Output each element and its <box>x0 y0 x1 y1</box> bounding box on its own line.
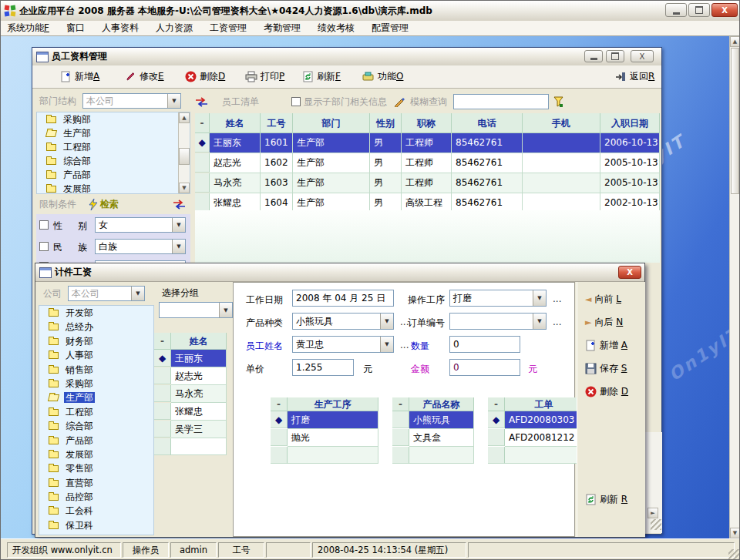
table-cell[interactable]: 生产部 <box>293 153 370 173</box>
chevron-down-icon[interactable]: ▼ <box>172 240 185 253</box>
scrollbar-thumb[interactable] <box>731 48 739 194</box>
tree-item-dept[interactable]: 采购部 <box>39 377 153 391</box>
chevron-down-icon[interactable]: ▼ <box>131 287 144 300</box>
table-cell[interactable] <box>523 153 600 173</box>
order-combo[interactable]: ▼ <box>449 313 547 330</box>
table-cell[interactable]: 2005-10-13 <box>600 173 660 193</box>
table-cell[interactable]: 工程师 <box>402 173 452 193</box>
tree-item-dept[interactable]: 保卫科 <box>39 518 153 532</box>
tree-item-dept[interactable]: 总经办 <box>39 320 153 334</box>
edit-button[interactable]: 修改E <box>125 69 164 84</box>
menu-window[interactable]: 窗口 <box>66 22 85 35</box>
search-button[interactable]: 检索 <box>89 198 119 211</box>
next-button[interactable]: ► 向后 N <box>585 314 623 330</box>
tree-item-dept[interactable]: 人事部 <box>39 348 153 362</box>
amount-input[interactable]: 0 <box>449 359 520 376</box>
dialog-close-button[interactable]: X <box>618 266 641 279</box>
chevron-down-icon[interactable]: ▼ <box>380 337 393 352</box>
tree-item-dept[interactable]: 工会科 <box>39 504 153 518</box>
app-minimize-button[interactable] <box>665 3 687 17</box>
app-maximize-button[interactable] <box>688 3 710 17</box>
list-item[interactable]: 文具盒 <box>409 429 474 447</box>
menu-hr-data[interactable]: 人事资料 <box>102 22 139 35</box>
column-header-id[interactable]: 工号 <box>261 113 293 133</box>
table-cell[interactable]: 85462761 <box>452 133 523 153</box>
menu-salary[interactable]: 工资管理 <box>210 22 247 35</box>
table-cell[interactable] <box>523 133 600 153</box>
list-item[interactable]: 小熊玩具 <box>409 411 474 429</box>
process-more-button[interactable]: ... <box>553 293 561 304</box>
tree-item-dept[interactable]: 生产部 <box>37 126 190 140</box>
company-combo[interactable]: 本公司 ▼ <box>68 286 145 301</box>
tree-item-dept[interactable]: 财务部 <box>39 334 153 348</box>
table-cell[interactable]: 马永亮 <box>210 173 261 193</box>
column-header-process[interactable]: 生产工序 <box>288 397 378 411</box>
table-cell[interactable]: 赵志光 <box>210 153 261 173</box>
column-header-product[interactable]: 产品名称 <box>409 397 474 411</box>
menu-hr[interactable]: 人力资源 <box>156 22 193 35</box>
column-header-mobile[interactable]: 手机 <box>523 113 600 133</box>
work-date-input[interactable]: 2008 年 04 月 25 日 <box>292 290 394 307</box>
column-header-marker[interactable]: - <box>195 113 210 133</box>
tree-item-dept[interactable]: 综合部 <box>37 154 190 168</box>
scroll-down-icon[interactable]: ▼ <box>179 183 190 193</box>
refresh-records-button[interactable]: 刷新 R <box>585 491 627 507</box>
employee-name-combo[interactable]: 黄卫忠▼ <box>292 336 394 353</box>
dept-tree-scrollbar[interactable]: ▲ ▼ <box>178 112 190 193</box>
tree-item-dept[interactable]: 销售部 <box>39 363 153 377</box>
employee-close-button[interactable]: X <box>631 50 654 62</box>
column-header-sex[interactable]: 性别 <box>370 113 402 133</box>
resize-grip[interactable] <box>728 549 739 560</box>
app-close-button[interactable]: X <box>711 3 738 17</box>
menu-attendance[interactable]: 考勤管理 <box>264 22 301 35</box>
column-header-dept[interactable]: 部门 <box>293 113 370 133</box>
scrollbar-thumb[interactable] <box>179 148 190 165</box>
tree-item-dept[interactable]: 工程部 <box>37 140 190 154</box>
table-cell[interactable]: 生产部 <box>293 173 370 193</box>
fuzzy-search-input[interactable] <box>453 94 549 109</box>
swap-arrows-icon[interactable] <box>195 97 208 107</box>
delete-record-button[interactable]: 删除 D <box>585 384 628 399</box>
column-header-workorder[interactable]: 工单 <box>505 397 584 411</box>
function-button[interactable]: 功能O <box>362 69 403 84</box>
scroll-up-icon[interactable]: ▲ <box>179 112 190 123</box>
show-subdept-checkbox[interactable] <box>291 97 301 106</box>
dept-structure-combo[interactable]: 本公司 ▼ <box>82 93 181 109</box>
ethnic-combo[interactable]: 白族▼ <box>95 239 186 254</box>
table-cell[interactable]: 生产部 <box>293 133 370 153</box>
column-header-hiredate[interactable]: 入职日期 <box>600 113 660 133</box>
list-item[interactable]: AFD20081212 <box>505 429 584 447</box>
prev-button[interactable]: ◄ 向前 L <box>585 291 621 307</box>
chevron-down-icon[interactable]: ▼ <box>219 303 232 317</box>
list-item[interactable]: 张耀忠 <box>171 403 227 421</box>
scroll-up-icon[interactable]: ▲ <box>730 36 740 47</box>
tree-item-dept[interactable]: 产品部 <box>37 168 190 182</box>
list-item[interactable]: 抛光 <box>288 429 378 447</box>
print-button[interactable]: 打印P <box>245 69 284 84</box>
employee-more-button[interactable]: ... <box>400 340 409 350</box>
table-cell[interactable]: 85462761 <box>452 153 523 173</box>
gender-combo[interactable]: 女▼ <box>95 217 186 233</box>
chevron-down-icon[interactable]: ▼ <box>533 290 546 306</box>
table-cell[interactable]: 2006-10-13 <box>600 133 660 153</box>
tree-item-dept[interactable]: 发展部 <box>39 448 153 461</box>
ethnic-filter-checkbox[interactable] <box>39 242 49 251</box>
table-cell[interactable]: 王丽东 <box>210 133 261 153</box>
column-header-tel[interactable]: 电话 <box>452 113 523 133</box>
tree-item-dept[interactable]: 开发部 <box>39 306 153 320</box>
tree-item-dept[interactable]: 工程部 <box>39 405 153 419</box>
list-item[interactable]: 吴学三 <box>171 421 227 438</box>
list-item[interactable]: 赵志光 <box>171 367 227 385</box>
table-cell[interactable]: 工程师 <box>402 153 452 173</box>
table-cell[interactable]: 工程师 <box>402 133 452 153</box>
tree-item-dept-selected[interactable]: 生产部 <box>39 391 153 404</box>
menu-system[interactable]: 系统功能F <box>7 22 49 35</box>
quantity-input[interactable]: 0 <box>449 336 520 353</box>
tree-item-dept[interactable]: 产品部 <box>39 434 153 448</box>
process-combo[interactable]: 打磨▼ <box>449 290 547 307</box>
swap-arrows-icon[interactable] <box>173 200 186 210</box>
table-cell[interactable]: 1603 <box>261 173 293 193</box>
delete-button[interactable]: 删除D <box>185 69 225 84</box>
table-cell[interactable]: 男 <box>370 133 402 153</box>
list-item-empty[interactable] <box>171 438 227 455</box>
